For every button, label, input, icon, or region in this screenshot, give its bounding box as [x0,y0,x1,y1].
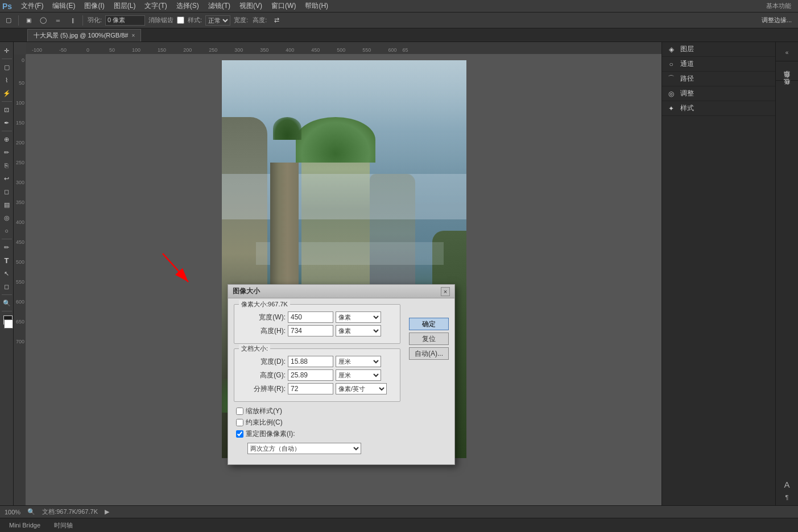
pixel-width-row: 宽度(W): 像素 百分比 [240,311,394,323]
doc-size-group: 文档大小: 宽度(D): 厘米 英寸 高度(G): 厘米 英寸 [234,348,400,402]
dialog-overlay: 图像大小 × 确定 复位 自动(A)... 像素大小:967.7K 宽度(W):… [0,0,798,532]
doc-width-unit-select[interactable]: 厘米 英寸 [336,356,381,367]
scale-styles-label: 缩放样式(Y) [246,406,282,416]
doc-group-title: 文档大小: [239,344,270,353]
resample-method-select[interactable]: 两次立方（自动） 两次立方（较平滑） 两次立方（较锐利） 邻近 两次线性 [247,443,361,454]
pixel-height-input[interactable] [288,325,333,336]
auto-button[interactable]: 自动(A)... [409,347,449,360]
pixel-width-unit-select[interactable]: 像素 百分比 [336,311,381,323]
pixel-height-unit-select[interactable]: 像素 百分比 [336,325,381,336]
doc-height-row: 高度(G): 厘米 英寸 [240,369,394,381]
scale-styles-checkbox[interactable] [236,408,243,415]
pixel-width-input[interactable] [288,311,333,323]
pixel-group-title: 像素大小:967.7K [239,300,290,309]
doc-width-row: 宽度(D): 厘米 英寸 [240,356,394,367]
constrain-checkbox[interactable] [236,419,243,426]
dialog-title-bar[interactable]: 图像大小 × [228,285,454,298]
dialog-title: 图像大小 [233,286,260,296]
resample-checkbox[interactable] [236,430,243,438]
pixel-height-label: 高度(H): [240,326,286,336]
scale-styles-row: 缩放样式(Y) [234,406,449,416]
doc-height-unit-select[interactable]: 厘米 英寸 [336,369,381,381]
dialog-close-btn[interactable]: × [441,287,450,296]
dialog-body: 确定 复位 自动(A)... 像素大小:967.7K 宽度(W): 像素 百分比… [228,298,454,464]
constrain-row: 约束比例(C) [234,418,449,427]
image-size-dialog: 图像大小 × 确定 复位 自动(A)... 像素大小:967.7K 宽度(W):… [228,284,455,465]
pixel-size-group: 像素大小:967.7K 宽度(W): 像素 百分比 高度(H): 像素 百分比 [234,304,400,344]
resample-label: 重定图像像素(I): [246,429,295,439]
resolution-unit-select[interactable]: 像素/英寸 像素/厘米 [336,383,387,394]
dialog-buttons: 确定 复位 自动(A)... [409,318,449,360]
resolution-input[interactable] [288,383,333,394]
pixel-height-row: 高度(H): 像素 百分比 [240,325,394,336]
resolution-label: 分辨率(R): [240,384,286,394]
doc-height-input[interactable] [288,369,333,381]
resample-row: 重定图像像素(I): [234,429,449,439]
constrain-label: 约束比例(C) [246,418,283,427]
resolution-row: 分辨率(R): 像素/英寸 像素/厘米 [240,383,394,394]
doc-width-label: 宽度(D): [240,357,286,367]
doc-width-input[interactable] [288,356,333,367]
pixel-width-label: 宽度(W): [240,313,286,322]
resample-method-row: 两次立方（自动） 两次立方（较平滑） 两次立方（较锐利） 邻近 两次线性 [234,440,449,459]
reset-button[interactable]: 复位 [409,332,449,345]
ok-button[interactable]: 确定 [409,318,449,330]
doc-height-label: 高度(G): [240,371,286,380]
